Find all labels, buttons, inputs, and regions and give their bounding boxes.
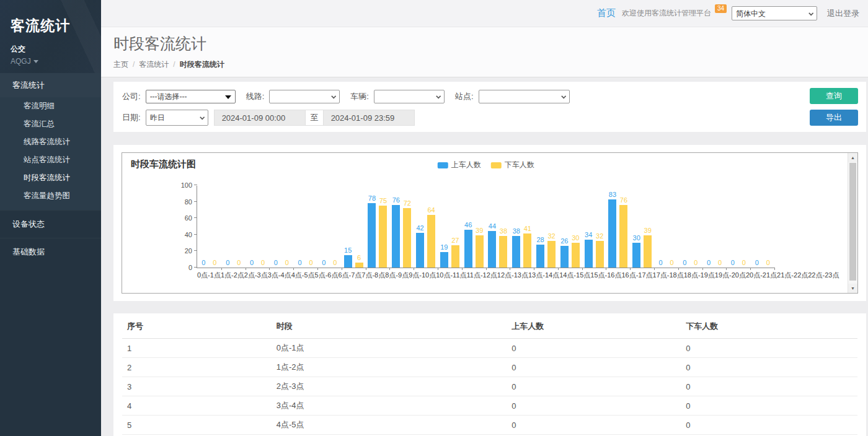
data-table: 序号 时段 上车人数 下车人数 10点-1点0021点-2点0032点-3点00…	[122, 313, 857, 436]
sidebar-logo-area: 客流统计 公交 AQGJ	[0, 0, 101, 73]
x-axis-label: 22点-23点	[808, 271, 839, 280]
bar: 46	[464, 230, 472, 268]
bar-value-label: 28	[536, 236, 544, 243]
bar-value-label: 0	[658, 259, 662, 266]
bar: 27	[451, 245, 459, 268]
sidebar-item[interactable]: 站点客流统计	[0, 151, 101, 169]
logout-link[interactable]: 退出登录	[827, 8, 859, 19]
bar-value-label: 0	[274, 259, 278, 266]
query-button[interactable]: 查询	[810, 88, 858, 104]
date-from-input[interactable]	[214, 110, 306, 126]
scrollbar-thumb[interactable]	[849, 163, 856, 281]
table-cell: 0	[507, 416, 681, 435]
date-to-input[interactable]	[323, 110, 415, 126]
legend-item[interactable]: 下车人数	[491, 160, 534, 170]
legend-item[interactable]: 上车人数	[438, 160, 481, 170]
language-select-wrap: 简体中文	[732, 6, 817, 20]
sidebar: 客流统计 公交 AQGJ 客流统计 客流明细客流汇总线路客流统计站点客流统计时段…	[0, 0, 101, 436]
col-header-period: 时段	[272, 313, 507, 339]
sidebar-item[interactable]: 客流汇总	[0, 115, 101, 133]
scrollbar-up-arrow-icon[interactable]: ▲	[848, 153, 857, 162]
bar-value-label: 39	[476, 227, 483, 234]
org-switcher[interactable]: AQGJ	[11, 57, 101, 66]
table-cell: 4	[122, 396, 272, 416]
company-select[interactable]: ---请选择---	[146, 90, 236, 103]
bar-value-label: 0	[694, 259, 698, 266]
x-axis-tick-mark	[342, 268, 342, 270]
x-axis-tick-mark	[269, 268, 270, 270]
bar-value-label: 0	[237, 259, 241, 266]
org-name: 公交	[11, 44, 101, 54]
table-cell: 0	[681, 416, 857, 435]
export-button[interactable]: 导出	[810, 110, 858, 126]
bar: 44	[488, 231, 496, 268]
x-axis-tick-mark	[438, 268, 438, 270]
breadcrumb-home[interactable]: 主页	[113, 60, 128, 69]
date-range-separator: 至	[306, 110, 323, 126]
bar: 30	[632, 243, 640, 268]
date-label: 日期:	[122, 112, 141, 123]
sidebar-item[interactable]: 客流明细	[0, 97, 101, 115]
table-cell: 0	[507, 358, 681, 377]
x-axis-tick-mark	[654, 268, 655, 270]
bar: 76	[392, 205, 400, 268]
bar-value-label: 32	[596, 232, 603, 240]
scrollbar-down-arrow-icon[interactable]: ▼	[848, 284, 857, 293]
bar: 26	[560, 246, 569, 268]
bar-value-label: 26	[560, 237, 568, 245]
bar: 72	[403, 208, 411, 268]
chart-legend: 上车人数下车人数	[438, 160, 534, 170]
x-axis-tick-mark	[702, 268, 703, 270]
bar-group: 4264	[414, 215, 438, 268]
y-axis-tick-mark	[194, 234, 197, 235]
station-select[interactable]	[479, 90, 570, 103]
x-axis-label: 13点-14点	[528, 271, 559, 280]
y-axis-tick-mark	[194, 267, 197, 268]
x-axis-label: 20点-21点	[746, 271, 777, 280]
sidebar-item[interactable]: 线路客流统计	[0, 133, 101, 151]
sidebar-item-base-data[interactable]: 基础数据	[0, 238, 101, 266]
sidebar-section-passenger-stats[interactable]: 客流统计	[0, 73, 101, 97]
filter-panel: 公司: ---请选择--- 线路: 车辆:	[113, 82, 866, 132]
bar-group: 4438	[486, 231, 510, 268]
chart-box: 时段车流统计图 上车人数下车人数 00000000000015678757672…	[122, 152, 858, 294]
bar: 32	[547, 241, 556, 268]
filter-row-1: 公司: ---请选择--- 线路: 车辆:	[122, 89, 857, 105]
y-axis-tick-label: 0	[172, 264, 192, 271]
x-axis-tick-mark	[486, 268, 487, 270]
chart-plot: 0000000000001567875767242641927463944383…	[197, 186, 774, 268]
company-select-wrap: ---请选择---	[146, 90, 236, 103]
chart-plot-wrap: 0000000000001567875767242641927463944383…	[197, 186, 774, 268]
x-axis-tick-mark	[774, 268, 775, 270]
page-title: 时段客流统计	[113, 33, 868, 54]
x-axis-label: 16点-17点	[621, 271, 652, 280]
home-link[interactable]: 首页	[597, 7, 616, 19]
y-axis-tick-label: 20	[172, 247, 192, 255]
bar-value-label: 27	[451, 237, 459, 244]
x-axis-label: 15点-16点	[590, 271, 621, 280]
col-header-alighting: 下车人数	[681, 313, 857, 339]
x-axis-label: 3点-4点	[268, 271, 291, 280]
line-select[interactable]	[269, 90, 340, 103]
vehicle-select-wrap	[374, 90, 445, 103]
language-select[interactable]: 简体中文	[732, 6, 817, 20]
line-select-wrap	[269, 90, 340, 103]
chart-title: 时段车流统计图	[131, 159, 196, 170]
vehicle-select[interactable]	[374, 90, 445, 103]
sidebar-item[interactable]: 时段客流统计	[0, 169, 101, 187]
bar-value-label: 0	[766, 259, 770, 266]
bar-value-label: 44	[489, 222, 496, 230]
date-preset-select[interactable]: 昨日	[146, 110, 208, 126]
table-cell: 2	[122, 358, 272, 377]
x-axis-tick-mark	[221, 268, 222, 270]
table-body: 10点-1点0021点-2点0032点-3点0043点-4点0054点-5点00…	[122, 339, 857, 436]
bar-value-label: 0	[261, 259, 265, 266]
sidebar-item-device-status[interactable]: 设备状态	[0, 210, 101, 238]
bar: 28	[536, 245, 544, 268]
content: 公司: ---请选择--- 线路: 车辆:	[101, 77, 868, 436]
bar-group: 2630	[558, 243, 582, 268]
bar: 30	[572, 243, 580, 268]
x-axis-label: 14点-15点	[559, 271, 590, 280]
sidebar-item[interactable]: 客流量趋势图	[0, 187, 101, 205]
breadcrumb-passenger-stats[interactable]: 客流统计	[139, 60, 169, 69]
